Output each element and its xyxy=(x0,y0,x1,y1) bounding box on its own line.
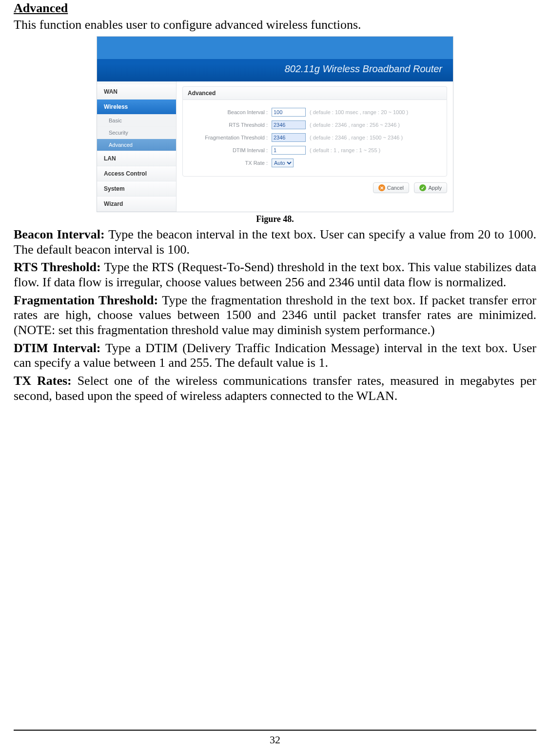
para-dtim: DTIM Interval: Type a DTIM (Delivery Tra… xyxy=(14,341,536,371)
sidebar-sub-security[interactable]: Security xyxy=(97,127,176,139)
page-number: 32 xyxy=(14,734,536,746)
input-beacon[interactable] xyxy=(272,108,306,117)
lead-frag: Fragmentation Threshold: xyxy=(14,293,162,307)
label-dtim: DTIM Interval : xyxy=(190,147,272,153)
hint-beacon: ( defaule : 100 msec , range : 20 ~ 1000… xyxy=(310,109,408,115)
hint-dtim: ( default : 1 , range : 1 ~ 255 ) xyxy=(310,147,380,153)
lead-dtim: DTIM Interval: xyxy=(14,341,105,355)
lead-beacon: Beacon Interval: xyxy=(14,227,108,241)
sidebar-item-system[interactable]: System xyxy=(97,181,176,197)
lead-rts: RTS Threshold: xyxy=(14,260,104,274)
sidebar-sub-basic[interactable]: Basic xyxy=(97,115,176,127)
para-beacon: Beacon Interval: Type the beacon interva… xyxy=(14,227,536,257)
label-txrate: TX Rate : xyxy=(190,160,272,166)
input-dtim[interactable] xyxy=(272,146,306,155)
cancel-button[interactable]: ✕ Cancel xyxy=(373,182,409,193)
page-footer: 32 xyxy=(14,730,536,746)
apply-button[interactable]: ✓ Apply xyxy=(414,182,447,193)
sidebar-sub-advanced[interactable]: Advanced xyxy=(97,139,176,151)
para-txrate: TX Rates: Select one of the wireless com… xyxy=(14,374,536,403)
figure-caption: Figure 48. xyxy=(14,214,536,224)
lead-txrate: TX Rates: xyxy=(14,374,78,388)
apply-icon: ✓ xyxy=(419,184,426,191)
router-sidebar: WAN Wireless Basic Security Advanced LAN… xyxy=(97,81,177,212)
label-rts: RTS Threshold : xyxy=(190,122,272,128)
panel-title: Advanced xyxy=(182,86,447,99)
router-header: 802.11g Wireless Broadband Router xyxy=(97,37,453,81)
section-heading: Advanced xyxy=(14,1,536,16)
input-rts[interactable] xyxy=(272,120,306,129)
apply-label: Apply xyxy=(428,185,442,191)
form-area: Beacon Interval : ( defaule : 100 msec ,… xyxy=(182,99,447,177)
hint-rts: ( defaule : 2346 , range : 256 ~ 2346 ) xyxy=(310,122,400,128)
sidebar-item-access-control[interactable]: Access Control xyxy=(97,166,176,181)
text-txrate: Select one of the wireless communication… xyxy=(14,374,536,403)
sidebar-item-lan[interactable]: LAN xyxy=(97,151,176,166)
para-rts: RTS Threshold: Type the RTS (Request-To-… xyxy=(14,260,536,290)
router-screenshot: 802.11g Wireless Broadband Router WAN Wi… xyxy=(97,36,453,212)
label-frag: Fragmentation Threshold : xyxy=(190,135,272,140)
label-beacon: Beacon Interval : xyxy=(190,109,272,115)
intro-text: This function enables user to configure … xyxy=(14,18,536,32)
router-title: 802.11g Wireless Broadband Router xyxy=(285,63,442,75)
select-txrate[interactable]: Auto xyxy=(272,159,294,167)
sidebar-item-wireless[interactable]: Wireless xyxy=(97,99,176,115)
input-frag[interactable] xyxy=(272,133,306,142)
cancel-label: Cancel xyxy=(387,185,404,191)
para-frag: Fragmentation Threshold: Type the fragme… xyxy=(14,293,536,338)
sidebar-item-wan[interactable]: WAN xyxy=(97,84,176,99)
cancel-icon: ✕ xyxy=(378,184,385,191)
hint-frag: ( defaule : 2346 , range : 1500 ~ 2346 ) xyxy=(310,135,403,140)
sidebar-item-wizard[interactable]: Wizard xyxy=(97,197,176,212)
